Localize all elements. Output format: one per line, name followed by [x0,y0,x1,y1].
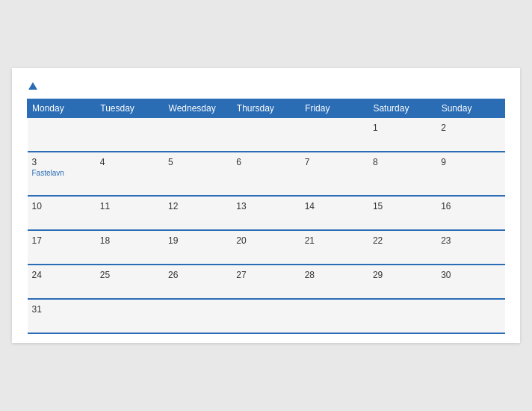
calendar-week-row: 17181920212223 [28,230,505,265]
calendar-cell: 12 [164,196,232,230]
day-number: 9 [441,157,500,167]
day-number: 18 [100,235,159,246]
calendar-cell: 31 [28,299,96,333]
calendar-cell: 15 [368,196,436,230]
day-number: 19 [168,235,227,246]
calendar-cell [96,118,164,152]
calendar-cell: 1 [368,118,436,152]
day-number: 16 [441,201,500,211]
calendar-cell: 14 [300,196,368,230]
calendar-cell: 29 [368,265,436,299]
day-number: 2 [441,123,500,133]
day-number: 4 [100,157,159,167]
calendar-cell [300,118,368,152]
calendar-cell [28,118,96,152]
calendar-week-row: 24252627282930 [28,265,505,299]
day-number: 29 [373,270,432,280]
calendar-week-row: 12 [28,118,505,152]
calendar-cell: 22 [368,230,436,265]
day-number: 28 [305,270,364,280]
calendar-cell: 21 [300,230,368,265]
day-number: 10 [32,201,91,211]
day-number: 26 [168,270,227,280]
calendar-cell: 23 [436,230,504,265]
calendar-cell: 25 [96,265,164,299]
calendar-cell [96,299,164,333]
calendar-cell: 26 [164,265,232,299]
calendar-cell: 8 [368,152,436,196]
calendar-cell [232,118,300,152]
logo [27,80,37,92]
calendar-cell [232,299,300,333]
calendar-cell: 16 [436,196,504,230]
calendar-cell [164,118,232,152]
day-number: 23 [441,235,500,246]
column-header-wednesday: Wednesday [164,99,232,118]
calendar-cell: 7 [300,152,368,196]
day-number: 21 [305,235,364,246]
logo-triangle-icon [28,82,37,90]
day-number: 31 [32,304,91,315]
day-number: 22 [373,235,432,246]
calendar-week-row: 31 [28,299,505,333]
calendar-cell: 5 [164,152,232,196]
calendar-cell: 17 [28,230,96,265]
column-header-sunday: Sunday [436,99,504,118]
calendar-cell: 30 [436,265,504,299]
day-number: 17 [32,235,91,246]
calendar-cell [436,299,504,333]
calendar-cell [368,299,436,333]
day-number: 12 [168,201,227,211]
day-number: 3 [32,157,91,167]
day-number: 27 [236,270,295,280]
calendar-cell: 10 [28,196,96,230]
holiday-label: Fastelavn [32,169,91,177]
day-number: 13 [236,201,295,211]
calendar-table: MondayTuesdayWednesdayThursdayFridaySatu… [27,99,505,334]
day-number: 6 [236,157,295,167]
calendar-week-row: 3Fastelavn456789 [28,152,505,196]
calendar-cell: 18 [96,230,164,265]
column-header-saturday: Saturday [368,99,436,118]
calendar-header-row: MondayTuesdayWednesdayThursdayFridaySatu… [28,99,505,118]
day-number: 5 [168,157,227,167]
calendar-header [27,80,505,92]
day-number: 8 [373,157,432,167]
calendar-cell: 20 [232,230,300,265]
day-number: 14 [305,201,364,211]
calendar-cell: 11 [96,196,164,230]
day-number: 30 [441,270,500,280]
column-header-friday: Friday [300,99,368,118]
logo-blue-text [27,80,37,92]
calendar-container: MondayTuesdayWednesdayThursdayFridaySatu… [12,68,520,344]
day-number: 15 [373,201,432,211]
calendar-cell: 27 [232,265,300,299]
day-number: 20 [236,235,295,246]
day-number: 25 [100,270,159,280]
calendar-cell: 6 [232,152,300,196]
calendar-cell: 28 [300,265,368,299]
day-number: 24 [32,270,91,280]
calendar-cell: 24 [28,265,96,299]
column-header-thursday: Thursday [232,99,300,118]
day-number: 7 [305,157,364,167]
column-header-monday: Monday [28,99,96,118]
calendar-cell: 3Fastelavn [28,152,96,196]
calendar-cell: 13 [232,196,300,230]
calendar-cell [164,299,232,333]
calendar-cell: 2 [436,118,504,152]
day-number: 11 [100,201,159,211]
calendar-cell [300,299,368,333]
calendar-week-row: 10111213141516 [28,196,505,230]
column-header-tuesday: Tuesday [96,99,164,118]
calendar-cell: 19 [164,230,232,265]
calendar-cell: 9 [436,152,504,196]
calendar-cell: 4 [96,152,164,196]
day-number: 1 [373,123,432,133]
